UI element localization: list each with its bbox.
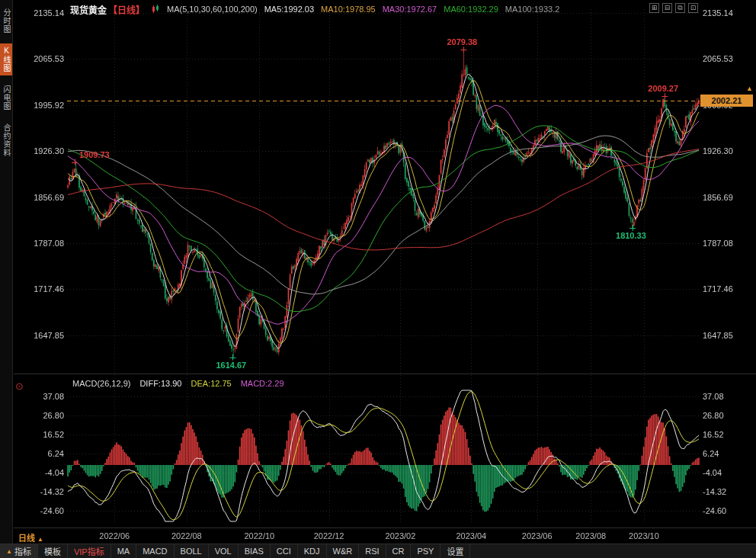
indicator-target-icon[interactable]: ⊙ (15, 380, 24, 392)
bottom-toolbar: ▲指标模板VIP指标MAMACDBOLLVOLBIASCCIKDJW&RRSIC… (0, 544, 756, 558)
toolbar-item-wr[interactable]: W&R (327, 544, 360, 558)
toolbar-item-label: W&R (333, 547, 353, 556)
last-price-tag: 2002.21 (700, 95, 753, 107)
sidebar-tab-kline-chart[interactable]: K线图 (0, 43, 12, 75)
toolbar-item-cci[interactable]: CCI (271, 544, 298, 558)
toolbar-item-psy[interactable]: PSY (411, 544, 440, 558)
toolbar-item-macd[interactable]: MACD (136, 544, 174, 558)
sidebar-tab-time-chart[interactable]: 分时图 (0, 5, 12, 37)
ma-group-label: MA(5,10,30,60,100,200) (167, 5, 258, 14)
ma-value-1: MA5:1992.03 (264, 5, 314, 14)
candlestick-icon (152, 5, 160, 14)
toolbar-item-bias[interactable]: BIAS (239, 544, 271, 558)
instrument-name: 现货黄金 (70, 3, 107, 16)
toolbar-item-label: CCI (277, 547, 291, 556)
macd-dea-value: DEA:12.75 (191, 379, 231, 388)
ma-value-4: MA60:1932.29 (444, 5, 498, 14)
toolbar-item-vip-indicators[interactable]: VIP指标 (68, 544, 111, 558)
toolbar-item-arrow-icon: ▲ (6, 548, 12, 555)
price-chart-canvas[interactable] (0, 0, 756, 558)
axis-period-arrow-icon: ▲ (37, 536, 43, 543)
ma-value-2: MA10:1978.95 (321, 5, 376, 14)
trading-terminal: 分时图K线图闪电图合约资料 现货黄金 【日线】 MA(5,10,30,60,10… (0, 0, 756, 558)
macd-value: MACD:2.29 (241, 379, 284, 388)
sidebar-tab-contract-info[interactable]: 合约资料 (0, 120, 12, 160)
quad-grid-layout-icon[interactable]: ⊞ (649, 3, 659, 13)
axis-period-text: 日线 (18, 534, 35, 543)
toolbar-item-indicators[interactable]: ▲指标 (0, 544, 38, 558)
period-tag: 【日线】 (108, 3, 145, 16)
toolbar-item-label: VIP指标 (74, 545, 104, 557)
toolbar-item-label: RSI (365, 547, 379, 556)
toolbar-item-settings[interactable]: 设置 (440, 544, 470, 558)
window-layout-icons: ⊞⊟⧉⊡ (649, 3, 698, 13)
macd-diff-value: DIFF:13.90 (139, 379, 181, 388)
toolbar-item-cr[interactable]: CR (386, 544, 412, 558)
toolbar-item-label: PSY (417, 547, 434, 556)
ma-value-5: MA100:1933.2 (505, 5, 560, 14)
macd-header: MACD(26,12,9) DIFF:13.90 DEA:12.75 MACD:… (72, 379, 284, 388)
toolbar-item-label: BOLL (181, 547, 202, 556)
toolbar-item-kdj[interactable]: KDJ (298, 544, 327, 558)
toolbar-item-rsi[interactable]: RSI (359, 544, 386, 558)
axis-period-label[interactable]: 日线 ▲ (18, 531, 43, 544)
toolbar-item-label: KDJ (304, 547, 320, 556)
chart-mode-sidebar: 分时图K线图闪电图合约资料 (0, 0, 13, 558)
ma-value-3: MA30:1972.67 (383, 5, 437, 14)
toolbar-item-vol[interactable]: VOL (209, 544, 239, 558)
toolbar-item-label: 模板 (44, 545, 61, 557)
single-window-layout-icon[interactable]: ⊡ (688, 3, 698, 13)
horizontal-split-layout-icon[interactable]: ⊟ (662, 3, 672, 13)
cascade-windows-icon[interactable]: ⧉ (675, 3, 685, 13)
price-up-arrow-icon: ▲ (746, 85, 753, 92)
toolbar-item-label: BIAS (245, 547, 264, 556)
toolbar-item-label: CR (392, 547, 405, 556)
macd-group-label: MACD(26,12,9) (72, 379, 130, 388)
toolbar-item-label: 指标 (14, 545, 31, 557)
chart-header: 现货黄金 【日线】 MA(5,10,30,60,100,200) MA5:199… (70, 3, 559, 15)
toolbar-item-label: VOL (215, 547, 232, 556)
toolbar-item-template[interactable]: 模板 (38, 544, 68, 558)
sidebar-tab-lightning-chart[interactable]: 闪电图 (0, 82, 12, 114)
toolbar-item-label: 设置 (447, 545, 463, 557)
ma-values-group: MA5:1992.03MA10:1978.95MA30:1972.67MA60:… (264, 5, 560, 14)
toolbar-item-label: MACD (143, 547, 167, 556)
toolbar-item-ma[interactable]: MA (111, 544, 137, 558)
toolbar-item-label: MA (117, 547, 130, 556)
toolbar-item-boll[interactable]: BOLL (175, 544, 209, 558)
